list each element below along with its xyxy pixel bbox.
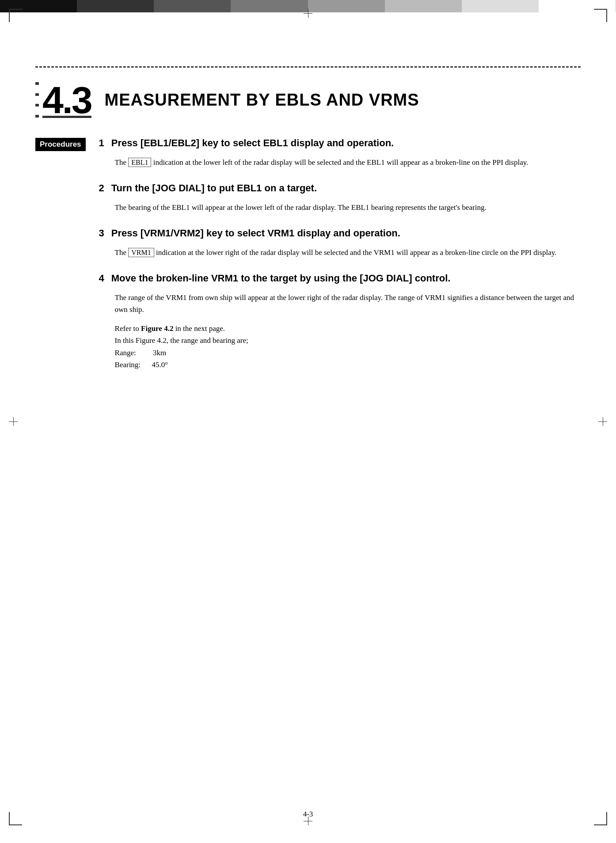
chapter-line (35, 82, 39, 85)
section-divider (35, 66, 581, 68)
figure-ref: Figure 4.2 (141, 324, 173, 333)
chapter-title: MEASUREMENT BY EBLS AND VRMS (105, 91, 419, 110)
step-2-heading-text: Turn the [JOG DIAL] to put EBL1 on a tar… (111, 182, 317, 194)
chapter-number: 4.3 (42, 81, 91, 119)
step-3-heading: 3Press [VRM1/VRM2] key to select VRM1 di… (99, 227, 581, 240)
chapter-lines (35, 82, 39, 118)
step-4-body: The range of the VRM1 from own ship will… (115, 292, 581, 315)
chapter-line (35, 104, 39, 106)
step-1-num: 1 (99, 137, 104, 148)
content-area: Procedures 1Press [EBL1/EBL2] key to sel… (35, 137, 581, 384)
color-block-4 (231, 0, 308, 12)
corner-mark-top-left (9, 9, 22, 22)
step-1-body-after-key: indication at the lower left of the rada… (151, 158, 528, 167)
center-crosshair-right (598, 417, 607, 426)
step-1-body: The EBL1 indication at the lower left of… (115, 156, 581, 168)
center-crosshair-left (9, 417, 18, 426)
color-block-3 (154, 0, 231, 12)
corner-mark-bottom-right (594, 812, 607, 825)
center-crosshair-top (304, 9, 312, 18)
step-3-body: The VRM1 indication at the lower right o… (115, 247, 581, 258)
step-2-heading: 2Turn the [JOG DIAL] to put EBL1 on a ta… (99, 182, 581, 195)
color-block-7 (462, 0, 539, 12)
ebl1-key: EBL1 (128, 158, 151, 167)
color-block-2 (77, 0, 154, 12)
color-block-6 (385, 0, 462, 12)
vrm1-key: VRM1 (128, 248, 154, 257)
chapter-line (35, 115, 39, 118)
step-3-body-before-key: The (115, 248, 129, 257)
chapter-line (35, 93, 39, 96)
page: 4.3 MEASUREMENT BY EBLS AND VRMS Procedu… (0, 0, 616, 843)
corner-mark-top-right (594, 9, 607, 22)
step-3-body-after-key: indication at the lower right of the rad… (154, 248, 557, 257)
step-3-heading-text: Press [VRM1/VRM2] key to select VRM1 dis… (111, 228, 400, 239)
step-2: 2Turn the [JOG DIAL] to put EBL1 on a ta… (99, 182, 581, 213)
step-4-num: 4 (99, 273, 104, 284)
step-2-body: The bearing of the EBL1 will appear at t… (115, 201, 581, 213)
step-1-heading: 1Press [EBL1/EBL2] key to select EBL1 di… (99, 137, 581, 150)
step-2-num: 2 (99, 182, 104, 194)
page-number: 4-3 (303, 810, 313, 819)
step-4-heading: 4Move the broken-line VRM1 to the target… (99, 272, 581, 285)
step-1: 1Press [EBL1/EBL2] key to select EBL1 di… (99, 137, 581, 168)
step-1-heading-text: Press [EBL1/EBL2] key to select EBL1 dis… (111, 137, 394, 148)
chapter-header: 4.3 MEASUREMENT BY EBLS AND VRMS (35, 81, 581, 119)
procedures-badge: Procedures (35, 138, 86, 151)
step-4: 4Move the broken-line VRM1 to the target… (99, 272, 581, 371)
step-4-heading-text: Move the broken-line VRM1 to the target … (111, 273, 451, 284)
step-3-num: 3 (99, 228, 104, 239)
steps-area: 1Press [EBL1/EBL2] key to select EBL1 di… (99, 137, 581, 384)
chapter-number-box: 4.3 (35, 81, 91, 119)
step-4-extra: Refer to Figure 4.2 in the next page. In… (115, 323, 581, 371)
step-3: 3Press [VRM1/VRM2] key to select VRM1 di… (99, 227, 581, 258)
color-block-5 (308, 0, 385, 12)
step-1-body-before-key: The (115, 158, 129, 167)
corner-mark-bottom-left (9, 812, 22, 825)
